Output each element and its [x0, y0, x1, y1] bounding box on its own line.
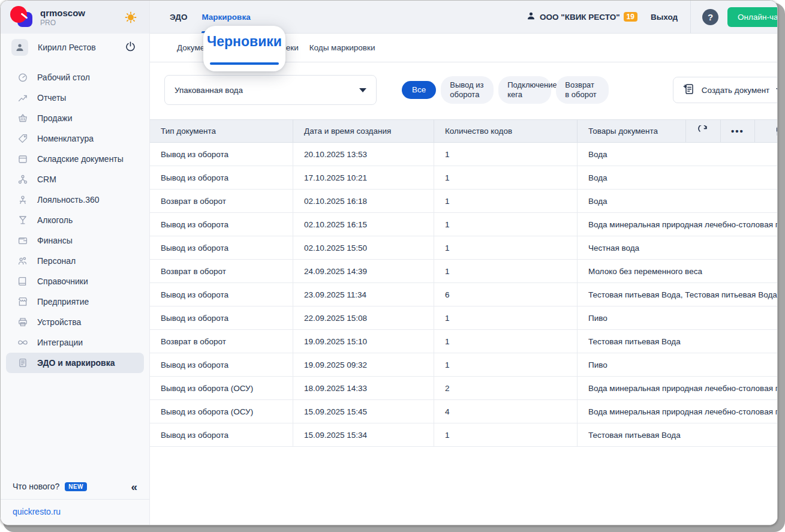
- table-row[interactable]: Вывод из оборота19.09.2025 09:321Пиво: [150, 353, 778, 377]
- whats-new-link[interactable]: Что нового?: [13, 482, 59, 491]
- sidebar-item-label: Лояльность.360: [37, 195, 100, 205]
- more-options-button[interactable]: •••: [720, 120, 754, 142]
- create-document-button[interactable]: Создать документ: [673, 77, 778, 103]
- logout-link[interactable]: Выход: [651, 13, 678, 22]
- sidebar-item-рабочий-стол[interactable]: Рабочий стол: [6, 67, 144, 88]
- sidebar-item-label: Персонал: [37, 256, 76, 266]
- column-header-created[interactable]: Дата и время создания: [293, 120, 434, 142]
- table-row[interactable]: Вывод из оборота17.10.2025 10:211Вода: [150, 166, 778, 190]
- cell-code-count: 1: [434, 306, 577, 329]
- cell-code-count: 1: [434, 330, 577, 353]
- person-icon: [526, 11, 536, 23]
- sidebar-item-складские-документы[interactable]: Складские документы: [6, 149, 144, 169]
- finance-icon: [17, 235, 28, 246]
- sidebar-item-справочники[interactable]: Справочники: [6, 271, 144, 291]
- column-settings-button[interactable]: [754, 120, 778, 142]
- refresh-button[interactable]: [685, 120, 720, 142]
- drafts-tab-popup-label: Черновики: [207, 34, 282, 50]
- table-row[interactable]: Вывод из оборота23.09.2025 11:346Тестова…: [150, 283, 778, 306]
- create-document-label: Создать документ: [702, 86, 770, 95]
- chevron-down-icon: [359, 88, 366, 92]
- collapse-sidebar-icon[interactable]: «: [131, 481, 137, 492]
- sidebar-item-label: Алкоголь: [37, 215, 73, 225]
- table-row[interactable]: Вывод из оборота02.10.2025 15:501Честная…: [150, 236, 778, 260]
- table-row[interactable]: Возврат в оборот24.09.2025 14:391Молоко …: [150, 260, 778, 283]
- filter-chip-подключение-кега[interactable]: Подключение кега: [498, 76, 551, 104]
- table-row[interactable]: Вывод из оборота (ОСУ)15.09.2025 15:454В…: [150, 400, 778, 423]
- refresh-icon: [697, 125, 709, 137]
- category-select-value: Упакованная вода: [175, 86, 359, 95]
- loyalty-icon: [17, 194, 28, 205]
- table-row[interactable]: Вывод из оборота20.10.2025 13:531Вода: [150, 143, 778, 166]
- sidebar-item-продажи[interactable]: Продажи: [6, 108, 144, 128]
- devices-icon: [17, 317, 28, 327]
- sidebar-item-финансы[interactable]: Финансы: [6, 230, 144, 251]
- cell-code-count: 1: [434, 166, 577, 189]
- cell-code-count: 4: [434, 400, 577, 423]
- sidebar-item-crm[interactable]: CRM: [6, 169, 144, 190]
- cell-doc-type: Вывод из оборота: [150, 143, 293, 166]
- sidebar-item-лояльность-360[interactable]: Лояльность.360: [6, 190, 144, 210]
- subtab-коды-маркировки[interactable]: Коды маркировки: [309, 43, 375, 52]
- cell-products: Тестовая питьевая Вода: [577, 423, 778, 446]
- theme-toggle-sun-icon[interactable]: [124, 11, 137, 24]
- user-name: Кирилл Рестов: [38, 43, 125, 52]
- cell-doc-type: Вывод из оборота: [150, 353, 293, 376]
- reports-icon: [17, 92, 28, 103]
- filter-chip-вывод-из-оборота[interactable]: Вывод из оборота: [441, 76, 494, 104]
- account-menu[interactable]: ООО "КВИК РЕСТО" 19: [526, 11, 637, 23]
- column-header-doc-type[interactable]: Тип документа: [150, 120, 293, 142]
- sidebar-item-устройства[interactable]: Устройства: [6, 312, 144, 332]
- table-row[interactable]: Вывод из оборота15.09.2025 15:341Тестова…: [150, 423, 778, 447]
- sidebar-item-label: ЭДО и маркировка: [37, 358, 115, 368]
- cell-doc-type: Вывод из оборота: [150, 283, 293, 306]
- cell-created: 24.09.2025 14:39: [293, 260, 434, 282]
- sidebar-item-label: Отчеты: [37, 93, 66, 103]
- cell-doc-type: Возврат в оборот: [150, 190, 293, 212]
- sidebar-item-предприятие[interactable]: Предприятие: [6, 291, 144, 312]
- drafts-tab-popup[interactable]: Черновики: [203, 26, 285, 71]
- column-header-code-count[interactable]: Количество кодов: [434, 120, 577, 142]
- cell-products: Вода минеральная природная лечебно-столо…: [577, 400, 778, 423]
- column-header-products[interactable]: Товары документа: [577, 120, 685, 142]
- filter-chip-возврат-в-оборот[interactable]: Возврат в оборот: [556, 76, 609, 104]
- table-row[interactable]: Вывод из оборота (ОСУ)18.09.2025 14:332В…: [150, 377, 778, 400]
- filter-chips: ВсеВывод из оборотаПодключение кегаВозвр…: [402, 76, 609, 104]
- user-row[interactable]: Кирилл Рестов: [1, 34, 149, 61]
- cell-code-count: 1: [434, 143, 577, 166]
- sidebar-item-label: Справочники: [37, 276, 88, 286]
- quickresto-site-link[interactable]: quickresto.ru: [13, 507, 61, 516]
- category-select[interactable]: Упакованная вода: [164, 75, 377, 105]
- table-row[interactable]: Вывод из оборота22.09.2025 15:081Пиво: [150, 306, 778, 330]
- table-header: Тип документа Дата и время создания Коли…: [150, 119, 778, 143]
- app-window: qrmoscow PRO Кирилл Рестов Рабочий столО…: [0, 0, 778, 525]
- sidebar-item-интеграции[interactable]: Интеграции: [6, 332, 144, 353]
- directories-icon: [17, 276, 28, 287]
- new-badge: NEW: [65, 482, 87, 491]
- logout-power-icon[interactable]: [125, 41, 136, 55]
- cell-created: 02.10.2025 16:18: [293, 190, 434, 212]
- sidebar-item-отчеты[interactable]: Отчеты: [6, 88, 144, 108]
- table-row[interactable]: Вывод из оборота02.10.2025 16:151Вода ми…: [150, 213, 778, 236]
- cell-code-count: 6: [434, 283, 577, 306]
- cell-code-count: 1: [434, 260, 577, 282]
- sidebar-item-эдо-и-маркировка[interactable]: ЭДО и маркировка: [6, 353, 144, 373]
- cell-doc-type: Вывод из оборота: [150, 236, 293, 259]
- sidebar-item-алкоголь[interactable]: Алкоголь: [6, 210, 144, 230]
- cell-created: 17.10.2025 10:21: [293, 166, 434, 189]
- help-icon[interactable]: ?: [702, 9, 718, 25]
- integrations-icon: [17, 337, 28, 348]
- chevron-down-icon: [776, 88, 778, 92]
- sidebar-item-персонал[interactable]: Персонал: [6, 251, 144, 271]
- cell-products: Вода минеральная природная лечебно-столо…: [577, 213, 778, 236]
- sidebar-item-номенклатура[interactable]: Номенклатура: [6, 128, 144, 149]
- sidebar-item-label: Устройства: [37, 317, 81, 327]
- table-row[interactable]: Возврат в оборот19.09.2025 15:101Тестова…: [150, 330, 778, 353]
- company-name: ООО "КВИК РЕСТО": [540, 13, 620, 22]
- filter-chip-все[interactable]: Все: [402, 81, 436, 100]
- tab-эдо[interactable]: ЭДО: [170, 1, 187, 33]
- nomenclature-icon: [17, 133, 28, 144]
- cell-doc-type: Вывод из оборота: [150, 166, 293, 189]
- online-chat-button[interactable]: Онлайн-чат: [727, 7, 778, 27]
- table-row[interactable]: Возврат в оборот02.10.2025 16:181Вода: [150, 190, 778, 213]
